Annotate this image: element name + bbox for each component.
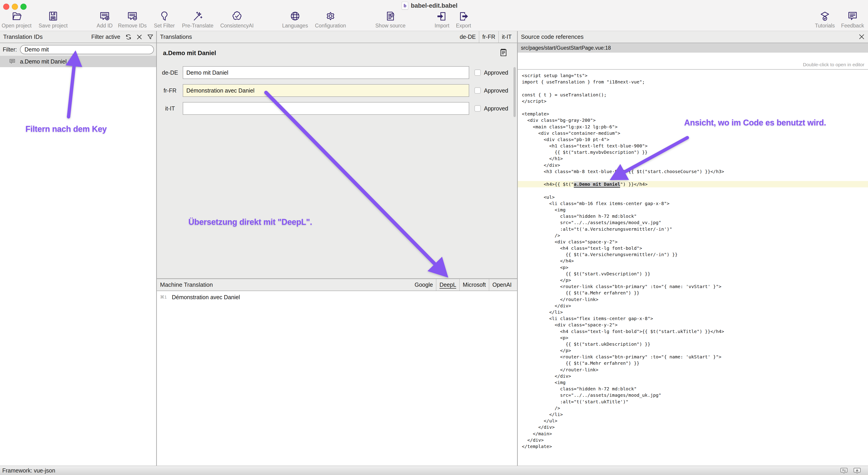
tab-label: Google [415, 281, 433, 288]
approved-checkbox[interactable] [474, 105, 481, 112]
machine-translation-header: Machine Translation GoogleDeepLMicrosoft… [157, 279, 517, 291]
code-line: </li> [518, 309, 868, 315]
translations-header: Translations de-DEfr-FRit-IT [157, 31, 517, 43]
toolbar-consistency-ai[interactable]: ConsistencyAI [217, 10, 257, 29]
tab-microsoft[interactable]: Microsoft [459, 279, 489, 291]
code-line: {{ $t("a.Mehr erfahren") }} [518, 290, 868, 296]
show-source-icon [370, 10, 411, 22]
approved-label: Approved [484, 84, 508, 97]
export-icon [443, 10, 484, 22]
toolbar-item-label: Configuration [310, 23, 351, 29]
approved-checkbox[interactable] [474, 69, 481, 76]
consistency-ai-icon [217, 10, 257, 22]
tab-fr-fr[interactable]: fr-FR [479, 31, 498, 43]
tab-de-de[interactable]: de-DE [457, 31, 479, 43]
notepad-icon[interactable] [499, 48, 508, 58]
titlebar-toolbar: b babel-edit.babel Open projectSave proj… [0, 0, 868, 31]
refresh-icon[interactable] [125, 33, 132, 41]
code-line: </router-link> [518, 367, 868, 373]
toolbar-open-project[interactable]: Open project [0, 10, 37, 29]
tab-google[interactable]: Google [411, 279, 436, 291]
toolbar-item-label: Show source [370, 23, 411, 29]
machine-translation-suggestion[interactable]: ⌘1Démonstration avec Daniel [157, 292, 517, 302]
toolbar-show-source[interactable]: Show source [370, 10, 411, 29]
machine-translation-background [157, 292, 517, 466]
toolbar-item-label: Languages [275, 23, 315, 29]
code-line: <div class="space-y-2"> [518, 239, 868, 245]
translation-input-de-DE[interactable] [183, 66, 469, 79]
translation-input-fr-FR[interactable] [183, 84, 469, 97]
code-line: <template> [518, 111, 868, 117]
code-line [518, 104, 868, 111]
translation-id-item[interactable]: a.Demo mit Daniel [0, 56, 156, 67]
code-line: <li class="flex items-center gap-x-8"> [518, 315, 868, 321]
code-line: {{ $t("a.Versicherungsvermittler/-in") }… [518, 251, 868, 258]
zoom-window-icon[interactable] [21, 4, 27, 10]
translations-title: Translations [160, 31, 192, 43]
code-line: <img [518, 379, 868, 386]
source-code-view: <script setup lang="ts">import { useTran… [518, 70, 868, 466]
machine-translation-title: Machine Translation [160, 279, 213, 291]
code-line: </template> [518, 443, 868, 450]
close-window-icon[interactable] [3, 4, 9, 10]
code-line: const { t } = useTranslation(); [518, 92, 868, 98]
tab-label: Microsoft [463, 281, 486, 288]
code-line: </div> [518, 303, 868, 309]
code-line: </div> [518, 162, 868, 168]
toolbar-configuration[interactable]: Configuration [310, 10, 351, 29]
code-line: class="hidden h-72 md:block" [518, 386, 868, 392]
tab-label: it-IT [502, 34, 512, 40]
source-references-header: Source code references [518, 31, 868, 43]
tab-label: DeepL [439, 281, 456, 288]
toolbar-feedback[interactable]: Feedback [832, 10, 868, 29]
code-line: <div class="pb-10 pt-4"> [518, 136, 868, 143]
chat-waves-icon[interactable] [840, 467, 848, 475]
filter-funnel-icon[interactable] [147, 33, 154, 41]
chat-star-icon[interactable] [853, 467, 861, 475]
approved-checkbox[interactable] [474, 87, 481, 94]
code-line [518, 85, 868, 92]
code-line: {{ $t("start.vvDescription") }} [518, 271, 868, 277]
code-line: :alt="t('a.Versicherungsvermittler/-in')… [518, 226, 868, 232]
annotation-code-note: Ansicht, wo im Code es benutzt wird. [684, 118, 826, 128]
translations-scrollbar[interactable] [514, 67, 516, 117]
translation-row-it-IT: it-ITApproved [157, 102, 517, 115]
code-line: <p> [518, 335, 868, 341]
translation-ids-title: Translation IDs [3, 31, 43, 43]
translation-id-label: a.Demo mit Daniel [20, 56, 67, 67]
suggestion-text: Démonstration avec Daniel [172, 292, 240, 302]
languages-icon [275, 10, 315, 22]
filter-active-status: Filter active [91, 34, 120, 40]
babel-file-icon: b [402, 2, 408, 9]
code-line: src="../../assets/images/mood_vv.jpg" [518, 219, 868, 226]
toolbar-languages[interactable]: Languages [275, 10, 315, 29]
clear-filter-icon[interactable] [136, 33, 143, 41]
annotation-filter-note: Filtern nach dem Key [25, 124, 107, 134]
tab-label: OpenAI [492, 281, 512, 288]
suggestion-shortcut: ⌘1 [160, 295, 167, 300]
translation-input-it-IT[interactable] [183, 102, 469, 115]
tab-deepl[interactable]: DeepL [436, 279, 459, 291]
code-line: <div class="space-y-2"> [518, 321, 868, 328]
save-project-icon [33, 10, 73, 22]
tab-openai[interactable]: OpenAI [489, 279, 515, 291]
toolbar-export[interactable]: Export [443, 10, 484, 29]
traffic-lights [3, 4, 27, 10]
close-icon[interactable] [858, 33, 865, 41]
source-reference-list: Double-click to open in editor [518, 53, 868, 69]
code-line: <router-link class="btn-primary" :to="{ … [518, 354, 868, 360]
code-line: {{ $t("start.ukDescription") }} [518, 341, 868, 347]
code-line: <div class="container-medium"> [518, 130, 868, 136]
toolbar-item-label: Pre-Translate [177, 23, 218, 29]
code-line: :alt="t('start.ukTitle')" [518, 399, 868, 405]
code-line: {{ $t("start.myvbvDescription") }} [518, 149, 868, 156]
code-line: import { useTranslation } from "i18next-… [518, 79, 868, 85]
tab-it-it[interactable]: it-IT [498, 31, 515, 43]
translation-ids-list-background [0, 43, 156, 466]
code-line: <h1 class="text-left text-blue-900"> [518, 143, 868, 149]
toolbar-pre-translate[interactable]: Pre-Translate [177, 10, 218, 29]
toolbar-save-project[interactable]: Save project [33, 10, 73, 29]
source-reference-row[interactable]: src/pages/start/GuestStartPage.vue:18 [518, 43, 868, 53]
filter-input[interactable] [20, 45, 154, 54]
minimize-window-icon[interactable] [12, 4, 18, 10]
